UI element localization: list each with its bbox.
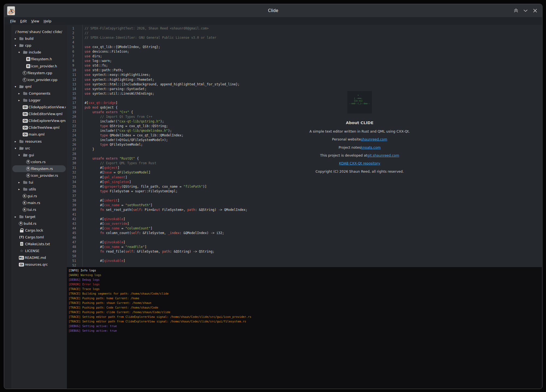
menu-item-help[interactable]: Help (41, 19, 54, 24)
tree-item-icon_provider.cpp[interactable]: Cicon_provider.cpp (12, 76, 66, 83)
code-line[interactable]: 10use std::path::Path; (67, 68, 542, 73)
tree-item-gui.rs[interactable]: Rgui.rs (12, 193, 66, 199)
code-line[interactable]: 50 (67, 254, 542, 259)
code-line[interactable]: 42 #[qinvokable] (67, 217, 542, 222)
code-line[interactable]: 4 (67, 40, 542, 45)
tree-item-icon_provider.rs[interactable]: Ricon_provider.rs (12, 172, 66, 179)
chevron-right-icon[interactable]: ▸ (19, 92, 23, 95)
tree-item-filesystem.h[interactable]: Hfilesystem.h (12, 56, 66, 62)
code-line[interactable]: 45 fn column_count(self: &FileSystem, _i… (67, 231, 542, 235)
tree-item-ClideExplorerView.qml[interactable]: QtClideExplorerView.qml (12, 117, 66, 124)
tree-item-ClideApplicationView.qml[interactable]: QtClideApplicationView.qml (12, 104, 66, 110)
code-line[interactable]: 1// SPDX-FileCopyrightText: 2026, Shaun … (67, 26, 542, 31)
code-line[interactable]: 9use std::fs; (67, 63, 542, 68)
chevron-right-icon[interactable]: ▸ (15, 37, 19, 40)
about-link[interactable]: git.shaunreed.com (367, 153, 399, 157)
tree-item-colors.rs[interactable]: Rcolors.rs (12, 158, 66, 165)
tree-item-filesystem.cpp[interactable]: Cfilesystem.cpp (12, 70, 66, 76)
log-panel[interactable]: [INFO] Info logs[WARN] Warning logs[DEBU… (67, 267, 542, 389)
tree-item-target[interactable]: ▸target (12, 213, 66, 220)
code-line[interactable]: 36 type FileSystem = super::FileSystemIm… (67, 189, 542, 194)
chevron-down-icon[interactable]: ▾ (15, 44, 19, 47)
qt-icon: Qt (23, 105, 28, 109)
tree-item-Cargo.toml[interactable]: [T]Cargo.toml (12, 234, 66, 241)
code-text: use syntect::util::LinesWithEndings; (80, 91, 154, 96)
chevron-down-icon[interactable]: ▾ (15, 85, 19, 88)
rs-icon: R (23, 208, 27, 212)
about-link[interactable]: KDAB CXX-Qt repository (339, 161, 380, 165)
line-number: 49 (67, 249, 80, 254)
tree-item-src[interactable]: ▾src (12, 145, 66, 152)
tree-item-ClideEditorView.qml[interactable]: QtClideEditorView.qml (12, 110, 66, 117)
code-line[interactable]: 37 (67, 194, 542, 198)
code-line[interactable]: 34 #[qml_singleton] (67, 180, 542, 184)
tree-item-label: ClideEditorView.qml (29, 112, 62, 116)
tree-item-resources.qrc[interactable]: Qtresources.qrc (12, 261, 66, 268)
code-line[interactable]: 35 #[qproperty(QString, file_path, cxx_n… (67, 184, 542, 189)
code-line[interactable]: 8use log::warn; (67, 59, 542, 63)
chevron-down-icon[interactable]: ▾ (19, 154, 23, 157)
tree-item-main.qml[interactable]: Qtmain.qml (12, 131, 66, 138)
tree-item-tui[interactable]: ▸tui (12, 179, 66, 186)
chevron-down-icon[interactable]: ▾ (19, 51, 23, 54)
about-link[interactable]: knoats.com (361, 145, 381, 149)
code-line[interactable]: 39 #[cxx_name = "setRootPath"] (67, 203, 542, 208)
tree-item-CMakeLists.txt[interactable]: CMakeLists.txt (12, 241, 66, 247)
tree-item-include[interactable]: ▾include (12, 49, 66, 56)
code-line[interactable]: 43 #[cxx_override] (67, 222, 542, 226)
close-button[interactable] (532, 7, 538, 14)
tree-item-gui[interactable]: ▾gui (12, 152, 66, 158)
line-number: 40 (67, 208, 80, 212)
tree-item-qml[interactable]: ▾qml (12, 83, 66, 90)
tree-item-README.md[interactable]: M↓README.md (12, 254, 66, 261)
chevron-right-icon[interactable]: ▸ (19, 99, 23, 102)
code-line[interactable]: 51 #[qinvokable] (67, 259, 542, 263)
tree-item-tui.rs[interactable]: Rtui.rs (12, 206, 66, 213)
log-level-tag: [INFO] (68, 269, 79, 272)
tree-item-LICENSE[interactable]: ☆LICENSE (12, 247, 66, 254)
tree-item-icon_provider.h[interactable]: Hicon_provider.h (12, 62, 66, 69)
code-line[interactable]: 14use syntect::parsing::SyntaxSet; (67, 87, 542, 91)
tree-item-main.rs[interactable]: Rmain.rs (12, 199, 66, 206)
code-line[interactable]: 44 #[cxx_name = "columnCount"] (67, 226, 542, 231)
code-line[interactable]: 6use devicons::FileIcon; (67, 49, 542, 54)
code-line[interactable]: 48 #[cxx_name = "readFile"] (67, 245, 542, 249)
tree-item-resources[interactable]: ▸resources (12, 138, 66, 145)
code-line[interactable]: 11use syntect::easy::HighlightLines; (67, 73, 542, 77)
tree-item-filesystem.rs[interactable]: Rfilesystem.rs (12, 165, 66, 172)
code-line[interactable]: 46 (67, 235, 542, 240)
code-line[interactable]: 49 fn read_file(self: &FileSystem, path:… (67, 249, 542, 254)
tree-item-utils[interactable]: ▸utils (12, 186, 66, 193)
chevron-right-icon[interactable]: ▸ (19, 181, 23, 184)
tree-item-ClideTreeView.qml[interactable]: QtClideTreeView.qml (12, 124, 66, 131)
menu-item-edit[interactable]: Edit (18, 19, 29, 24)
tree-item-build.rs[interactable]: Rbuild.rs (12, 220, 66, 227)
about-link[interactable]: shaunreed.com (361, 137, 387, 141)
menu-item-view[interactable]: View (29, 19, 41, 24)
code-line[interactable]: 40 fn set_root_path(self: Pin<&mut FileS… (67, 208, 542, 212)
chevron-down-icon[interactable]: ▾ (15, 147, 19, 150)
menu-item-file[interactable]: File (8, 19, 18, 24)
tree-item-Logger[interactable]: ▸Logger (12, 97, 66, 104)
code-line[interactable]: 2// (67, 31, 542, 35)
chevron-right-icon[interactable]: ▸ (15, 140, 19, 143)
code-line[interactable]: 13use syntect::html::{IncludeBackground,… (67, 82, 542, 87)
code-line[interactable]: 5use cxx_qt_lib::{QModelIndex, QString}; (67, 45, 542, 49)
code-line[interactable]: 38 #[inherit] (67, 198, 542, 203)
chevron-right-icon[interactable]: ▸ (19, 188, 23, 191)
shade-button[interactable] (513, 7, 519, 14)
code-text: #[qinvokable] (80, 240, 125, 245)
code-line[interactable]: 33 #[qml_element] (67, 175, 542, 180)
tree-item-build[interactable]: ▸build (12, 35, 66, 42)
code-line[interactable]: 7use dirs; (67, 54, 542, 59)
code-line[interactable]: 41 (67, 212, 542, 217)
code-line[interactable]: 52 (67, 263, 542, 267)
code-line[interactable]: 3// SPDX-License-Identifier: GNU General… (67, 35, 542, 40)
tree-item-cpp[interactable]: ▾cpp (12, 42, 66, 49)
chevron-right-icon[interactable]: ▸ (15, 215, 19, 218)
code-line[interactable]: 47 #[qinvokable] (67, 240, 542, 245)
minimize-button[interactable] (522, 7, 529, 14)
tree-item-Cargo.lock[interactable]: Cargo.lock (12, 227, 66, 234)
code-line[interactable]: 12use syntect::highlighting::ThemeSet; (67, 77, 542, 82)
tree-item-Components[interactable]: ▸Components (12, 90, 66, 97)
